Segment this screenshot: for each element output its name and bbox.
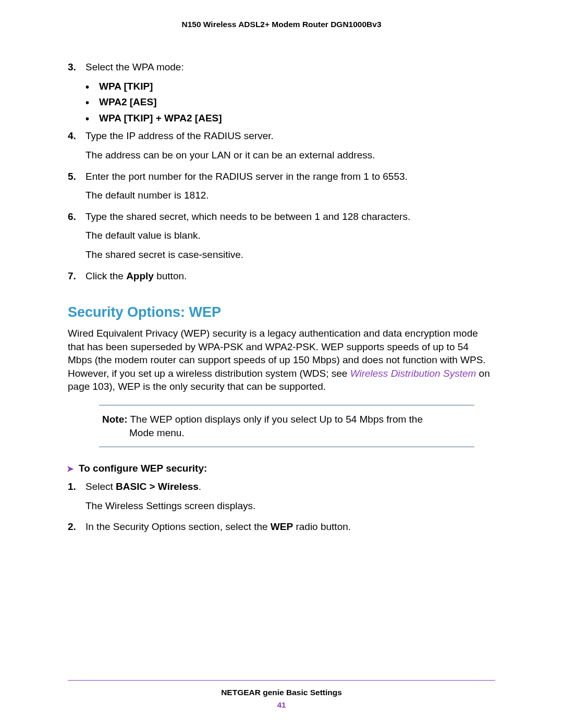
step-body: Select the WPA mode: • WPA [TKIP] • WPA2… bbox=[85, 60, 495, 127]
step-text: The default number is 1812. bbox=[85, 189, 495, 203]
step-body: Enter the port number for the RADIUS ser… bbox=[85, 170, 495, 208]
step-body: Click the Apply button. bbox=[85, 269, 495, 289]
step-3: 3. Select the WPA mode: • WPA [TKIP] • W… bbox=[68, 60, 495, 127]
text: . bbox=[199, 481, 201, 492]
step-body: Type the shared secret, which needs to b… bbox=[85, 210, 495, 267]
wpa-mode-bullets: • WPA [TKIP] • WPA2 [AES] • WPA [TKIP] +… bbox=[85, 80, 495, 126]
bullet-text: WPA [TKIP] bbox=[99, 80, 153, 94]
step-5: 5. Enter the port number for the RADIUS … bbox=[68, 170, 495, 208]
step-text: Select the WPA mode: bbox=[85, 60, 495, 75]
step-number: 7. bbox=[68, 269, 85, 289]
step-text: Type the shared secret, which needs to b… bbox=[85, 210, 495, 224]
step-number: 4. bbox=[68, 129, 85, 167]
step-text: Select BASIC > Wireless. bbox=[85, 480, 495, 494]
page: N150 Wireless ADSL2+ Modem Router DGN100… bbox=[0, 0, 563, 728]
footer-rule bbox=[68, 680, 495, 681]
step-6: 6. Type the shared secret, which needs t… bbox=[68, 210, 495, 267]
bold-text: BASIC > Wireless bbox=[116, 481, 199, 492]
procedure-configure-wep: ➤ To configure WEP security: 1. Select B… bbox=[68, 462, 495, 539]
bullet-item: • WPA [TKIP] bbox=[85, 80, 495, 94]
step-text: The Wireless Settings screen displays. bbox=[85, 499, 495, 513]
bullet-text: WPA2 [AES] bbox=[99, 95, 156, 109]
step-number: 3. bbox=[68, 60, 85, 127]
text: In the Security Options section, select … bbox=[85, 521, 271, 532]
note-line: Mode menu. bbox=[102, 426, 471, 440]
step-body: Type the IP address of the RADIUS server… bbox=[85, 129, 495, 167]
step-text: The default value is blank. bbox=[85, 229, 495, 243]
text: radio button. bbox=[293, 521, 351, 532]
horizontal-rule bbox=[99, 447, 474, 447]
bold-text: Apply bbox=[126, 270, 154, 281]
procedure-heading: ➤ To configure WEP security: bbox=[67, 462, 495, 476]
document-header-title: N150 Wireless ADSL2+ Modem Router DGN100… bbox=[68, 20, 495, 29]
proc-step-2: 2. In the Security Options section, sele… bbox=[68, 520, 495, 539]
page-footer: NETGEAR genie Basic Settings 41 bbox=[68, 680, 495, 709]
note-text: The WEP option displays only if you sele… bbox=[128, 414, 423, 425]
step-text: The shared secret is case-sensitive. bbox=[85, 248, 495, 262]
cross-reference-link[interactable]: Wireless Distribution System bbox=[350, 368, 476, 379]
proc-step-1: 1. Select BASIC > Wireless. The Wireless… bbox=[68, 480, 495, 518]
step-4: 4. Type the IP address of the RADIUS ser… bbox=[68, 129, 495, 167]
step-text: Enter the port number for the RADIUS ser… bbox=[85, 170, 495, 184]
section-paragraph: Wired Equivalent Privacy (WEP) security … bbox=[68, 327, 495, 393]
step-text: Click the Apply button. bbox=[85, 269, 495, 283]
text: Click the bbox=[85, 270, 126, 281]
bullet-dot-icon: • bbox=[85, 95, 99, 109]
bold-text: WEP bbox=[271, 521, 293, 532]
note-block: Note: The WEP option displays only if yo… bbox=[99, 405, 474, 447]
step-text: The address can be on your LAN or it can… bbox=[85, 149, 495, 163]
triangle-right-icon: ➤ bbox=[67, 463, 74, 473]
step-number: 5. bbox=[68, 170, 85, 208]
procedure-title: To configure WEP security: bbox=[79, 462, 207, 476]
bullet-item: • WPA2 [AES] bbox=[85, 95, 495, 109]
step-7: 7. Click the Apply button. bbox=[68, 269, 495, 289]
section-heading-security-options-wep: Security Options: WEP bbox=[68, 303, 495, 323]
step-body: Select BASIC > Wireless. The Wireless Se… bbox=[85, 480, 495, 518]
note-body: Note: The WEP option displays only if yo… bbox=[99, 409, 474, 443]
bullet-item: • WPA [TKIP] + WPA2 [AES] bbox=[85, 112, 495, 126]
bullet-text: WPA [TKIP] + WPA2 [AES] bbox=[99, 112, 222, 126]
step-number: 6. bbox=[68, 210, 85, 267]
step-body: In the Security Options section, select … bbox=[85, 520, 495, 539]
bullet-dot-icon: • bbox=[85, 80, 99, 94]
step-text: Type the IP address of the RADIUS server… bbox=[85, 129, 495, 143]
step-number: 2. bbox=[68, 520, 85, 539]
note-lead: Note: bbox=[102, 414, 128, 425]
text: Select bbox=[85, 481, 116, 492]
footer-chapter-title: NETGEAR genie Basic Settings bbox=[68, 688, 495, 697]
horizontal-rule bbox=[99, 405, 474, 405]
body-content: 3. Select the WPA mode: • WPA [TKIP] • W… bbox=[68, 60, 495, 539]
text: button. bbox=[154, 270, 187, 281]
note-line: Note: The WEP option displays only if yo… bbox=[102, 413, 471, 426]
bullet-dot-icon: • bbox=[85, 112, 99, 126]
page-number: 41 bbox=[68, 700, 495, 709]
step-text: In the Security Options section, select … bbox=[85, 520, 495, 534]
step-number: 1. bbox=[68, 480, 85, 518]
